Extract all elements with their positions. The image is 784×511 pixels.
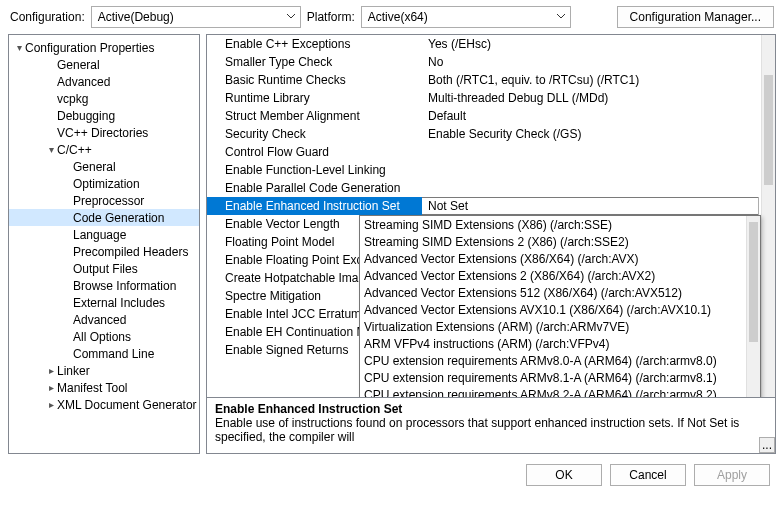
tree-item[interactable]: General [9, 56, 199, 73]
tree-label: General [73, 160, 116, 174]
property-value: Yes (/EHsc) [422, 37, 775, 51]
property-row[interactable]: Struct Member AlignmentDefault [207, 107, 775, 125]
more-button[interactable]: ... [759, 437, 775, 453]
tree-item[interactable]: Advanced [9, 73, 199, 90]
tree-item[interactable]: Debugging [9, 107, 199, 124]
dropdown-option[interactable]: Advanced Vector Extensions AVX10.1 (X86/… [360, 301, 760, 318]
property-value: Multi-threaded Debug DLL (/MDd) [422, 91, 775, 105]
property-row[interactable]: Runtime LibraryMulti-threaded Debug DLL … [207, 89, 775, 107]
property-value: Enable Security Check (/GS) [422, 127, 775, 141]
property-row[interactable]: Enable Enhanced Instruction SetNot Set [207, 197, 775, 215]
property-key: Runtime Library [207, 91, 422, 105]
tree-label: vcpkg [57, 92, 88, 106]
tree-label: XML Document Generator [57, 398, 197, 412]
tree-label: Advanced [57, 75, 110, 89]
dropdown-option[interactable]: CPU extension requirements ARMv8.0-A (AR… [360, 352, 760, 369]
property-key: Enable Function-Level Linking [207, 163, 422, 177]
property-value: Not Set [422, 197, 775, 215]
property-pane: Enable C++ ExceptionsYes (/EHsc)Smaller … [206, 34, 776, 454]
tree-item[interactable]: Precompiled Headers [9, 243, 199, 260]
property-value: Default [422, 109, 775, 123]
property-row[interactable]: Control Flow Guard [207, 143, 775, 161]
chevron-down-icon: ▾ [13, 42, 25, 53]
description-title: Enable Enhanced Instruction Set [215, 402, 767, 416]
property-row[interactable]: Enable C++ ExceptionsYes (/EHsc) [207, 35, 775, 53]
tree-item[interactable]: Code Generation [9, 209, 199, 226]
tree-item[interactable]: Preprocessor [9, 192, 199, 209]
tree-label: Optimization [73, 177, 140, 191]
tree-root[interactable]: ▾Configuration Properties [9, 39, 199, 56]
dropdown-option[interactable]: Advanced Vector Extensions 512 (X86/X64)… [360, 284, 760, 301]
dropdown-option[interactable]: Virtualization Extensions (ARM) (/arch:A… [360, 318, 760, 335]
tree-item[interactable]: Language [9, 226, 199, 243]
tree-label: VC++ Directories [57, 126, 148, 140]
platform-label: Platform: [307, 10, 355, 24]
property-row[interactable]: Basic Runtime ChecksBoth (/RTC1, equiv. … [207, 71, 775, 89]
chevron-down-icon: ▾ [45, 144, 57, 155]
chevron-right-icon: ▸ [45, 399, 57, 410]
cancel-button[interactable]: Cancel [610, 464, 686, 486]
tree-label: External Includes [73, 296, 165, 310]
scrollbar[interactable] [746, 216, 760, 397]
tree-label: Output Files [73, 262, 138, 276]
apply-button[interactable]: Apply [694, 464, 770, 486]
scrollbar[interactable] [761, 35, 775, 397]
tree-item[interactable]: Output Files [9, 260, 199, 277]
tree-item[interactable]: Advanced [9, 311, 199, 328]
tree-label: Configuration Properties [25, 41, 154, 55]
tree-item[interactable]: Browse Information [9, 277, 199, 294]
tree-pane: ▾Configuration PropertiesGeneralAdvanced… [8, 34, 200, 454]
config-manager-button[interactable]: Configuration Manager... [617, 6, 774, 28]
dropdown-option[interactable]: Streaming SIMD Extensions (X86) (/arch:S… [360, 216, 760, 233]
tree-label: All Options [73, 330, 131, 344]
property-key: Smaller Type Check [207, 55, 422, 69]
ok-button[interactable]: OK [526, 464, 602, 486]
tree-label: Browse Information [73, 279, 176, 293]
property-row[interactable]: Security CheckEnable Security Check (/GS… [207, 125, 775, 143]
tree-item[interactable]: External Includes [9, 294, 199, 311]
platform-combo-value: Active(x64) [362, 10, 450, 24]
property-value: No [422, 55, 775, 69]
tree-item[interactable]: ▾C/C++ [9, 141, 199, 158]
tree-item[interactable]: Optimization [9, 175, 199, 192]
property-key: Enable Enhanced Instruction Set [207, 199, 422, 213]
chevron-right-icon: ▸ [45, 365, 57, 376]
tree-item[interactable]: ▸Linker [9, 362, 199, 379]
config-label: Configuration: [10, 10, 85, 24]
tree-item[interactable]: General [9, 158, 199, 175]
tree-item[interactable]: VC++ Directories [9, 124, 199, 141]
platform-combo[interactable]: Active(x64) [361, 6, 571, 28]
property-key: Enable C++ Exceptions [207, 37, 422, 51]
dropdown-list[interactable]: Streaming SIMD Extensions (X86) (/arch:S… [359, 215, 761, 397]
config-combo-value: Active(Debug) [92, 10, 196, 24]
description-pane: Enable Enhanced Instruction Set Enable u… [207, 397, 775, 453]
tree-label: General [57, 58, 100, 72]
dropdown-option[interactable]: Advanced Vector Extensions (X86/X64) (/a… [360, 250, 760, 267]
tree-item[interactable]: Command Line [9, 345, 199, 362]
config-combo[interactable]: Active(Debug) [91, 6, 301, 28]
property-key: Control Flow Guard [207, 145, 422, 159]
tree-item[interactable]: ▸Manifest Tool [9, 379, 199, 396]
dropdown-option[interactable]: CPU extension requirements ARMv8.2-A (AR… [360, 386, 760, 397]
tree-label: C/C++ [57, 143, 92, 157]
tree-label: Preprocessor [73, 194, 144, 208]
scrollbar-thumb[interactable] [749, 222, 758, 342]
tree-item[interactable]: ▸XML Document Generator [9, 396, 199, 413]
property-key: Struct Member Alignment [207, 109, 422, 123]
dropdown-option[interactable]: Advanced Vector Extensions 2 (X86/X64) (… [360, 267, 760, 284]
property-row[interactable]: Enable Function-Level Linking [207, 161, 775, 179]
scrollbar-thumb[interactable] [764, 75, 773, 185]
property-row[interactable]: Enable Parallel Code Generation [207, 179, 775, 197]
tree-label: Linker [57, 364, 90, 378]
property-key: Security Check [207, 127, 422, 141]
tree-item[interactable]: All Options [9, 328, 199, 345]
dropdown-option[interactable]: Streaming SIMD Extensions 2 (X86) (/arch… [360, 233, 760, 250]
chevron-down-icon [286, 10, 296, 24]
dropdown-option[interactable]: CPU extension requirements ARMv8.1-A (AR… [360, 369, 760, 386]
tree-label: Advanced [73, 313, 126, 327]
chevron-right-icon: ▸ [45, 382, 57, 393]
tree-item[interactable]: vcpkg [9, 90, 199, 107]
property-value: Both (/RTC1, equiv. to /RTCsu) (/RTC1) [422, 73, 775, 87]
property-row[interactable]: Smaller Type CheckNo [207, 53, 775, 71]
dropdown-option[interactable]: ARM VFPv4 instructions (ARM) (/arch:VFPv… [360, 335, 760, 352]
